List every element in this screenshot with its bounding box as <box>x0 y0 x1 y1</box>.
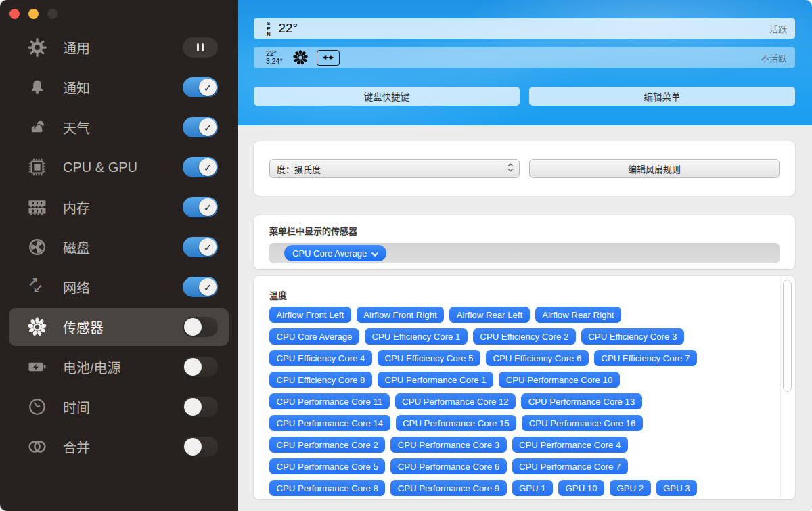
edit-fan-rules-button[interactable]: 编辑风扇规则 <box>529 159 780 178</box>
memory-icon <box>26 196 49 218</box>
sensor-pill[interactable]: CPU Performance Core 4 <box>512 437 628 453</box>
sensor-pill[interactable]: CPU Performance Core 7 <box>512 458 628 474</box>
merge-icon <box>26 436 49 458</box>
sensor-pill[interactable]: CPU Efficiency Core 2 <box>473 328 576 345</box>
sidebar-item-chip[interactable]: CPU & GPU✓ <box>9 148 229 186</box>
sensor-pill[interactable]: CPU Performance Core 12 <box>395 393 516 409</box>
bell-icon <box>26 78 49 97</box>
toggle-off[interactable] <box>183 397 218 417</box>
minimize-button[interactable] <box>28 9 39 19</box>
sidebar-nav: 通用 通知✓ 天气✓ CPU & GPU✓ 内存✓ <box>0 28 238 468</box>
pause-button[interactable] <box>183 37 218 58</box>
toggle-off[interactable] <box>183 317 218 337</box>
gear-icon <box>26 37 49 58</box>
zoom-button[interactable] <box>47 9 58 19</box>
sensor-pill[interactable]: CPU Performance Core 14 <box>269 415 390 431</box>
toggle-on[interactable]: ✓ <box>183 77 218 97</box>
sensor-pill[interactable]: Airflow Rear Left <box>449 307 529 323</box>
fan-icon <box>26 317 49 337</box>
sensor-pill[interactable]: CPU Efficiency Core 8 <box>269 372 372 388</box>
sensor-list-card: 温度 Airflow Front LeftAirflow Front Right… <box>254 276 795 499</box>
scrollbar-thumb[interactable] <box>783 280 792 392</box>
fan-icon <box>292 49 309 66</box>
checkmark-icon: ✓ <box>204 282 212 292</box>
toggle-off[interactable] <box>183 437 218 457</box>
sidebar-item-battery[interactable]: 电池/电源 <box>9 348 229 386</box>
sensor-pill[interactable]: Airflow Rear Right <box>535 307 621 323</box>
sensor-pill[interactable]: CPU Performance Core 2 <box>269 437 385 453</box>
sensor-pill[interactable]: CPU Performance Core 6 <box>390 458 506 474</box>
sidebar-item-label: CPU & GPU <box>63 160 183 175</box>
sensor-pill[interactable]: CPU Performance Core 15 <box>396 415 517 431</box>
sensor-pill[interactable]: CPU Performance Core 11 <box>269 393 390 409</box>
sensor-pill[interactable]: CPU Efficiency Core 4 <box>269 350 372 366</box>
keyboard-shortcuts-button[interactable]: 键盘快捷键 <box>254 87 520 106</box>
sidebar: 通用 通知✓ 天气✓ CPU & GPU✓ 内存✓ <box>0 0 238 511</box>
sensor-pill[interactable]: CPU Efficiency Core 3 <box>581 328 684 345</box>
edit-menu-button[interactable]: 编辑菜单 <box>529 87 795 106</box>
sensor-pill[interactable]: CPU Core Average <box>269 328 359 345</box>
toggle-knob: ✓ <box>199 158 217 176</box>
menubar-preview-inactive[interactable]: 22° 3.24° 不活跃 <box>254 47 795 68</box>
toggle-knob <box>184 438 202 456</box>
sensor-pill[interactable]: CPU Efficiency Core 7 <box>594 350 697 366</box>
network-icon: ↗↙ <box>26 277 49 297</box>
traffic-lights <box>0 0 238 19</box>
sensor-pill[interactable]: CPU Performance Core 16 <box>522 415 643 431</box>
sensor-pill-row: CPU Performance Core 5CPU Performance Co… <box>269 458 780 474</box>
settings-content: 度：摄氏度 编辑风扇规则 菜单栏中显示的传感器 <box>238 125 812 499</box>
scrollbar-track[interactable] <box>780 277 794 497</box>
toggle-on[interactable]: ✓ <box>183 277 218 297</box>
sidebar-item-cloud[interactable]: 天气✓ <box>9 108 229 146</box>
toggle-knob <box>184 318 202 336</box>
toggle-off[interactable] <box>183 357 218 377</box>
degrees-unit-select[interactable]: 度：摄氏度 <box>269 159 520 178</box>
degrees-unit-value: 度：摄氏度 <box>277 162 321 175</box>
sensor-pill[interactable]: Airflow Front Left <box>269 307 351 323</box>
sensor-pill[interactable]: CPU Performance Core 13 <box>521 393 642 409</box>
sensor-pill[interactable]: CPU Performance Core 10 <box>499 372 620 388</box>
sidebar-item-memory[interactable]: 内存✓ <box>9 188 229 226</box>
sensor-pill[interactable]: GPU 2 <box>610 480 651 496</box>
cloud-icon <box>26 117 49 137</box>
sidebar-item-merge[interactable]: 合并 <box>9 428 229 466</box>
sensor-pill[interactable]: CPU Performance Core 1 <box>378 372 493 388</box>
close-button[interactable] <box>9 9 20 19</box>
sidebar-item-disk[interactable]: 磁盘✓ <box>9 228 229 266</box>
width-arrows-icon <box>317 50 340 66</box>
toggle-on[interactable]: ✓ <box>183 117 218 137</box>
menubar-preview-active[interactable]: SEN 22° 活跃 <box>254 18 795 39</box>
sensor-pill[interactable]: GPU 10 <box>558 480 604 496</box>
sensor-pill[interactable]: CPU Performance Core 8 <box>269 480 385 496</box>
toggle-on[interactable]: ✓ <box>183 197 218 217</box>
sidebar-item-gear[interactable]: 通用 <box>9 28 229 66</box>
sidebar-item-label: 时间 <box>63 397 183 417</box>
sidebar-item-network[interactable]: ↗↙网络✓ <box>9 268 229 306</box>
sidebar-item-clock[interactable]: 时间 <box>9 388 229 426</box>
sensor-pill[interactable]: CPU Efficiency Core 5 <box>378 350 480 366</box>
chip-icon <box>26 157 49 177</box>
sensor-pill[interactable]: CPU Efficiency Core 1 <box>365 328 468 345</box>
sidebar-item-label: 网络 <box>63 277 183 297</box>
sensor-pill[interactable]: GPU 3 <box>656 480 698 496</box>
sensor-pill[interactable]: CPU Efficiency Core 6 <box>486 350 589 366</box>
battery-icon <box>26 356 49 378</box>
sidebar-item-fan[interactable]: 传感器 <box>9 308 229 346</box>
sensor-pill[interactable]: CPU Performance Core 9 <box>390 480 506 496</box>
sidebar-item-bell[interactable]: 通知✓ <box>9 68 229 106</box>
temperature-sensor-list: Airflow Front LeftAirflow Front RightAir… <box>269 307 780 496</box>
sensor-pill[interactable]: CPU Performance Core 5 <box>269 458 385 474</box>
toggle-on[interactable]: ✓ <box>183 157 218 177</box>
disk-icon <box>26 237 49 257</box>
sensor-pill[interactable]: GPU 1 <box>512 480 554 496</box>
sensor-pill[interactable]: Airflow Front Right <box>357 307 444 323</box>
toggle-knob <box>184 358 202 376</box>
checkmark-icon: ✓ <box>204 162 212 173</box>
sensor-pill[interactable]: CPU Performance Core 3 <box>390 437 506 453</box>
temperature-section-title: 温度 <box>269 288 780 301</box>
menubar-sensors-track: CPU Core Average <box>269 243 780 263</box>
main-panel: SEN 22° 活跃 22° 3.24° <box>238 0 812 511</box>
selected-sensor-pill[interactable]: CPU Core Average <box>284 245 386 261</box>
sidebar-item-label: 磁盘 <box>63 238 183 257</box>
toggle-on[interactable]: ✓ <box>183 237 218 257</box>
